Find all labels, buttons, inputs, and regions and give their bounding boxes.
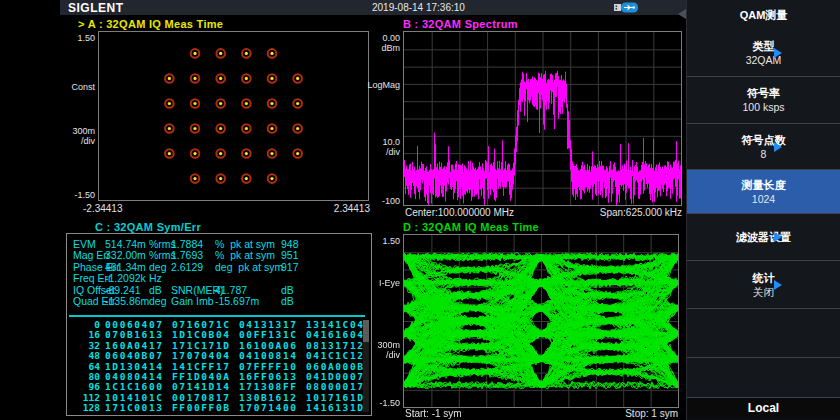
eye-diagram-plot — [403, 234, 679, 408]
eye-diagram-trace — [404, 235, 678, 407]
softkey-label: 统计 — [753, 271, 775, 285]
softkey-label: 符号率 — [747, 86, 780, 100]
hex-word: 1014101C — [105, 392, 164, 403]
hex-word: 16100A06 — [239, 340, 298, 351]
a-x-left-label: -2.34413 — [83, 204, 122, 214]
metric-cell: 41.787 — [215, 284, 247, 296]
b-scale-type-label: LogMag — [364, 80, 400, 90]
hex-word: 171C171D — [172, 340, 231, 351]
d-y-mid-label: I-Eye — [364, 278, 400, 288]
panel-c-title: C : 32QAM Sym/Err — [95, 221, 201, 233]
d-y-div-label: 300m — [364, 340, 400, 350]
hex-scrollbar-thumb[interactable] — [363, 320, 369, 342]
hex-word: 1D1C0B04 — [172, 329, 231, 340]
table-separator — [69, 315, 365, 317]
spectrum-trace — [404, 32, 681, 205]
metric-row: Phase Err461.34mdeg2.6129deg pk at sym91… — [67, 261, 371, 272]
metric-row: Mag Err332.00m%rms1.7693% pk at sym951 — [67, 249, 371, 260]
hex-word: 16FF0613 — [239, 371, 298, 382]
metric-cell: dB — [149, 284, 162, 296]
sidebar-item-filter-settings[interactable]: 滤波器设置 — [687, 213, 840, 260]
metric-cell: 461.34m — [105, 261, 146, 273]
hex-row-index: 80 — [67, 371, 100, 382]
metric-cell: 1.7884 — [171, 238, 203, 250]
brand-logo: SIGLENT — [68, 1, 124, 15]
softkey-value: 1024 — [752, 192, 775, 206]
hex-word: 00FF131C — [239, 329, 298, 340]
hex-word: 13141C04 — [306, 319, 365, 330]
menu-collapse-arrow-icon[interactable] — [678, 9, 686, 19]
metric-cell: dB — [281, 295, 294, 307]
menu-title: QAM测量 — [687, 0, 840, 30]
hex-word: FF00FF0B — [172, 402, 231, 413]
hex-word: 060A000B — [306, 361, 365, 372]
b-ymin-label: -100 — [364, 196, 400, 206]
spectrum-plot — [403, 31, 682, 206]
hex-row-index: 96 — [67, 381, 100, 392]
metric-cell: 514.74m — [105, 238, 146, 250]
sidebar-item-type[interactable]: 类型32QAM — [687, 30, 840, 76]
metric-cell: 951 — [281, 249, 299, 261]
metric-cell: % pk at sym — [215, 238, 275, 250]
metric-cell: deg pk at sym — [215, 261, 283, 273]
local-button[interactable]: Local — [687, 397, 840, 418]
hex-word: 171308FF — [239, 381, 298, 392]
hex-word: 070B1613 — [105, 329, 164, 340]
hex-word: 04080414 — [105, 371, 164, 382]
hex-word: 00060407 — [105, 319, 164, 330]
panel-b-title: B : 32QAM Spectrum — [403, 18, 518, 30]
panel-a-title: > A : 32QAM IQ Meas Time — [78, 18, 223, 30]
sidebar-item-blank-1 — [687, 308, 840, 357]
hex-word: 04161604 — [306, 329, 365, 340]
constellation-points — [99, 32, 368, 200]
hex-word: 171C0013 — [105, 402, 164, 413]
a-y-bottom-label: -1.50 — [58, 190, 95, 200]
metric-cell: 332.00m — [105, 249, 146, 261]
hex-row-index: 0 — [67, 319, 100, 330]
hex-word: 0716071C — [172, 319, 231, 330]
metric-row: Quad Err-135.86mdegGain Imb-15.697mdB — [67, 295, 371, 306]
sidebar-item-symbol-rate[interactable]: 符号率100 ksps — [687, 76, 840, 123]
d-stop-label: Stop: 1 sym — [560, 409, 678, 419]
d-y-bottom-label: -1.50 — [364, 398, 400, 408]
metric-cell: dB — [281, 284, 294, 296]
hex-row: 641D130414141CFF1707FFFF10060A000B — [67, 361, 371, 372]
metric-row: IQ Offset-69.241dBSNR(MER)41.787dB — [67, 284, 371, 295]
usb-icon — [613, 2, 639, 13]
hex-row-index: 64 — [67, 361, 100, 372]
hex-word: 1D130414 — [105, 361, 164, 372]
submenu-arrow-icon — [774, 232, 782, 242]
hex-row: 32160A0417171C171D16100A0608131712 — [67, 340, 371, 351]
hex-word: 17070404 — [172, 350, 231, 361]
hex-word: 130B1612 — [239, 392, 298, 403]
hex-word: FF1D040A — [172, 371, 231, 382]
metric-cell: -69.241 — [105, 284, 141, 296]
hex-word: 04131317 — [239, 319, 298, 330]
hex-row: 961C1C160007141D14171308FF08000017 — [67, 381, 371, 392]
sidebar-item-statistics[interactable]: 统计关闭 — [687, 260, 840, 308]
hex-word: 07141D14 — [172, 381, 231, 392]
d-y-top-label: 1.50 — [364, 236, 400, 246]
hex-word: 1416131D — [306, 402, 365, 413]
softkey-value: 关闭 — [753, 285, 774, 299]
constellation-plot — [98, 31, 369, 201]
active-trace-marker: > — [78, 18, 85, 30]
a-y-mid-label: Const — [58, 82, 95, 92]
b-ref-unit-label: dBm — [364, 43, 400, 53]
hex-word: 041C1C12 — [306, 350, 365, 361]
hex-word: 160A0417 — [105, 340, 164, 351]
metric-cell: % pk at sym — [215, 249, 275, 261]
metric-row: Freq Err-1.2092kHz — [67, 272, 371, 283]
hex-word: 041D0007 — [306, 371, 365, 382]
softkey-menu: QAM测量 类型32QAM符号率100 ksps符号点数8测量长度1024滤波器… — [686, 0, 840, 420]
hex-row: 1121014101C00170817130B16121017161D — [67, 392, 371, 403]
metric-cell: -135.86m — [105, 295, 149, 307]
hex-word: 08000017 — [306, 381, 365, 392]
sidebar-item-points-per-symbol[interactable]: 符号点数8 — [687, 123, 840, 169]
metric-cell: 1.7693 — [171, 249, 203, 261]
softkey-value: 100 ksps — [742, 100, 784, 114]
sidebar-item-meas-length[interactable]: 测量长度1024 — [687, 169, 840, 213]
hex-row-index: 128 — [67, 402, 100, 413]
submenu-arrow-icon — [774, 48, 782, 58]
a-x-right-label: 2.34413 — [300, 204, 370, 214]
